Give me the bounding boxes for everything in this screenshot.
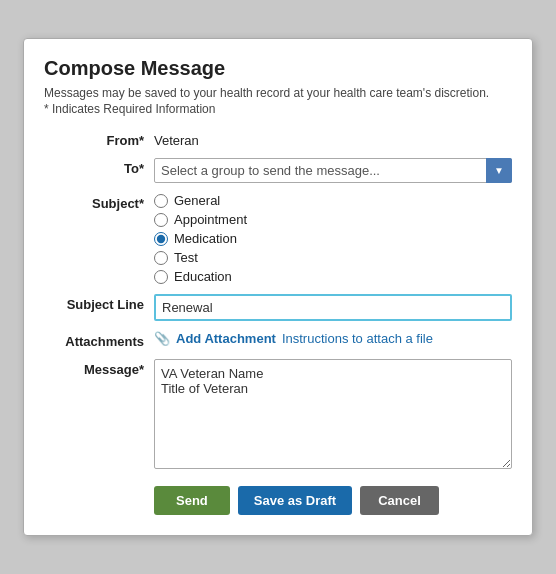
- message-row: Message* VA Veteran Name Title of Vetera…: [44, 359, 512, 472]
- subject-radio-education[interactable]: [154, 270, 168, 284]
- dialog-note: Messages may be saved to your health rec…: [44, 86, 512, 100]
- to-label: To*: [44, 158, 154, 176]
- subject-line-row: Subject Line: [44, 294, 512, 321]
- message-label: Message*: [44, 359, 154, 377]
- to-select-wrapper: Select a group to send the message...: [154, 158, 512, 183]
- to-select[interactable]: Select a group to send the message...: [154, 158, 512, 183]
- subject-option-appointment-label: Appointment: [174, 212, 247, 227]
- subject-radio-appointment[interactable]: [154, 213, 168, 227]
- add-attachment-link[interactable]: Add Attachment: [176, 331, 276, 346]
- subject-radio-general[interactable]: [154, 194, 168, 208]
- subject-option-education-label: Education: [174, 269, 232, 284]
- subject-radio-medication[interactable]: [154, 232, 168, 246]
- attachments-controls: 📎 Add Attachment Instructions to attach …: [154, 331, 512, 346]
- send-button[interactable]: Send: [154, 486, 230, 515]
- attachments-label: Attachments: [44, 331, 154, 349]
- subject-radio-test[interactable]: [154, 251, 168, 265]
- subject-option-education[interactable]: Education: [154, 269, 512, 284]
- subject-line-label: Subject Line: [44, 294, 154, 312]
- message-textarea[interactable]: VA Veteran Name Title of Veteran: [154, 359, 512, 469]
- subject-line-input[interactable]: [154, 294, 512, 321]
- from-row: From* Veteran: [44, 130, 512, 148]
- subject-option-appointment[interactable]: Appointment: [154, 212, 512, 227]
- subject-option-general-label: General: [174, 193, 220, 208]
- subject-radio-group: General Appointment Medication Test Educ…: [154, 193, 512, 284]
- dialog-title: Compose Message: [44, 57, 512, 80]
- required-note: * Indicates Required Information: [44, 102, 512, 116]
- save-draft-button[interactable]: Save as Draft: [238, 486, 352, 515]
- subject-option-medication-label: Medication: [174, 231, 237, 246]
- subject-option-test-label: Test: [174, 250, 198, 265]
- subject-row: Subject* General Appointment Medication …: [44, 193, 512, 284]
- subject-option-medication[interactable]: Medication: [154, 231, 512, 246]
- compose-message-dialog: Compose Message Messages may be saved to…: [23, 38, 533, 536]
- subject-option-test[interactable]: Test: [154, 250, 512, 265]
- from-label: From*: [44, 130, 154, 148]
- paperclip-icon: 📎: [154, 331, 170, 346]
- attachments-row: Attachments 📎 Add Attachment Instruction…: [44, 331, 512, 349]
- from-value: Veteran: [154, 130, 512, 148]
- subject-label: Subject*: [44, 193, 154, 211]
- cancel-button[interactable]: Cancel: [360, 486, 439, 515]
- to-row: To* Select a group to send the message..…: [44, 158, 512, 183]
- button-row: Send Save as Draft Cancel: [44, 486, 512, 515]
- subject-option-general[interactable]: General: [154, 193, 512, 208]
- attach-instructions-link[interactable]: Instructions to attach a file: [282, 331, 433, 346]
